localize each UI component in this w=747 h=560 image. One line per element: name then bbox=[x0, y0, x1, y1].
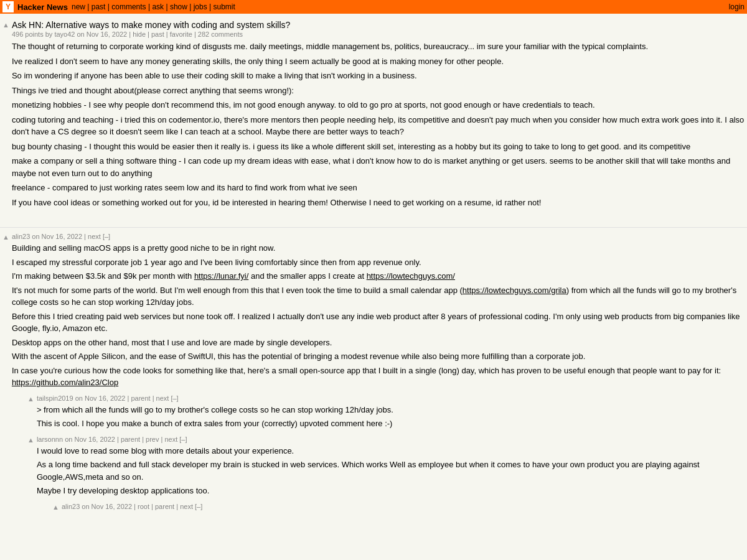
comment-body-alin23-reply: alin23 on Nov 16, 2022 | root | parent |… bbox=[62, 503, 747, 512]
logo-text: Y bbox=[6, 2, 11, 11]
nav-comments[interactable]: comments bbox=[111, 2, 146, 11]
comment-next-tailspin2019[interactable]: next bbox=[156, 394, 169, 402]
comment-text-larsonnn-2: Maybe I try developing desktop applicati… bbox=[37, 485, 747, 497]
comment-meta-alin23-reply: alin23 on Nov 16, 2022 | root | parent |… bbox=[62, 503, 747, 510]
nav-past[interactable]: past bbox=[92, 2, 106, 11]
main-post-comments-link[interactable]: 282 comments bbox=[198, 30, 243, 38]
comment-alin23-reply: ▲ alin23 on Nov 16, 2022 | root | parent… bbox=[52, 503, 747, 512]
comment-text-alin23-5: Desktop apps on the other hand, most tha… bbox=[12, 337, 747, 349]
main-post-past[interactable]: past bbox=[151, 30, 164, 38]
nav-jobs[interactable]: jobs bbox=[194, 2, 207, 11]
comment-collapse-tailspin2019[interactable]: [–] bbox=[171, 394, 178, 402]
comment-text-tailspin2019-0: > from which all the funds will go to my… bbox=[37, 404, 747, 416]
comment-text-tailspin2019-1: This is cool. I hope you make a bunch of… bbox=[37, 418, 747, 430]
nav-new[interactable]: new bbox=[72, 2, 85, 11]
comment-text-alin23-6: With the ascent of Apple Silicon, and th… bbox=[12, 350, 747, 363]
nav-submit[interactable]: submit bbox=[214, 2, 235, 11]
main-post-date: Nov 16, 2022 bbox=[87, 30, 127, 38]
comment-body-tailspin2019: tailspin2019 on Nov 16, 2022 | parent | … bbox=[37, 394, 747, 432]
comment-larsonnn: ▲ larsonnn on Nov 16, 2022 | parent | pr… bbox=[27, 436, 747, 499]
comment-date-alin23: Nov 16, 2022 bbox=[42, 233, 82, 240]
comment-text-alin23-3: It's not much for some parts of the worl… bbox=[12, 284, 747, 309]
comment-text-alin23-4: Before this I tried creating paid web se… bbox=[12, 310, 747, 335]
comment-author-larsonnn[interactable]: larsonnn bbox=[37, 436, 63, 443]
comment-meta-larsonnn: larsonnn on Nov 16, 2022 | parent | prev… bbox=[37, 436, 747, 443]
comment-text-larsonnn-0: I would love to read some blog with more… bbox=[37, 445, 747, 457]
site-title: Hacker News bbox=[17, 2, 68, 12]
comment-date-alin23-reply: Nov 16, 2022 bbox=[92, 503, 132, 510]
comment-author-alin23-reply[interactable]: alin23 bbox=[62, 503, 80, 510]
comment-vote-alin23[interactable]: ▲ bbox=[2, 233, 9, 241]
comment-date-tailspin2019: Nov 16, 2022 bbox=[85, 394, 125, 402]
divider-1 bbox=[0, 227, 747, 228]
login-link[interactable]: login bbox=[729, 2, 745, 11]
comment-text-alin23-0: Building and selling macOS apps is a pre… bbox=[12, 242, 747, 254]
comment-text-alin23-7: In case you're curious how the code look… bbox=[12, 365, 747, 389]
main-post-p2: So im wondering if anyone has been able … bbox=[12, 70, 745, 82]
main-post-vote[interactable]: ▲ bbox=[2, 21, 9, 29]
main-post-p3: Things ive tried and thought about(pleas… bbox=[12, 85, 745, 97]
main-post-p5: coding tutoring and teaching - i tried t… bbox=[12, 114, 745, 138]
comment-tailspin2019: ▲ tailspin2019 on Nov 16, 2022 | parent … bbox=[27, 394, 747, 432]
main-post-p1: Ive realized I don't seem to have any mo… bbox=[12, 55, 745, 68]
comment-next-larsonnn[interactable]: next bbox=[164, 436, 177, 443]
main-post-p6: bug bounty chasing - I thought this woul… bbox=[12, 141, 745, 153]
comment-root-alin23-reply[interactable]: root bbox=[138, 503, 149, 510]
main-post-body: Ask HN: Alternative ways to make money w… bbox=[12, 20, 745, 211]
link-clop[interactable]: https://github.com/alin23/Clop bbox=[12, 378, 118, 387]
main-post-p9: If you have cool ideas or something work… bbox=[12, 197, 745, 209]
comment-next-alin23[interactable]: next bbox=[88, 233, 101, 240]
nav-show[interactable]: show bbox=[170, 2, 187, 11]
comment-date-larsonnn: Nov 16, 2022 bbox=[74, 436, 115, 443]
nav-ask[interactable]: ask bbox=[152, 2, 164, 11]
comment-parent-tailspin2019[interactable]: parent bbox=[131, 394, 150, 402]
header: Y Hacker News new | past | comments | as… bbox=[0, 0, 747, 14]
comment-vote-tailspin2019[interactable]: ▲ bbox=[27, 395, 34, 403]
main-post-p7: make a company or sell a thing software … bbox=[12, 155, 745, 179]
comment-alin23: ▲ alin23 on Nov 16, 2022 | next [–] Buil… bbox=[2, 233, 747, 391]
comment-body-larsonnn: larsonnn on Nov 16, 2022 | parent | prev… bbox=[37, 436, 747, 499]
comment-next-alin23-reply[interactable]: next bbox=[180, 503, 193, 510]
main-post-p0: The thought of returning to corporate wo… bbox=[12, 40, 745, 53]
comment-collapse-alin23-reply[interactable]: [–] bbox=[195, 503, 202, 510]
comment-text-alin23-1: I escaped my stressful corporate job 1 y… bbox=[12, 256, 747, 269]
comment-parent-larsonnn[interactable]: parent bbox=[121, 436, 140, 443]
comment-prev-larsonnn[interactable]: prev bbox=[146, 436, 159, 443]
main-post-row: ▲ Ask HN: Alternative ways to make money… bbox=[0, 19, 747, 212]
main-content: ▲ Ask HN: Alternative ways to make money… bbox=[0, 14, 747, 521]
main-post-favorite[interactable]: favorite bbox=[170, 30, 192, 38]
main-post-author[interactable]: tayo42 bbox=[54, 30, 75, 38]
comment-body-alin23: alin23 on Nov 16, 2022 | next [–] Buildi… bbox=[12, 233, 747, 391]
comment-collapse-alin23[interactable]: [–] bbox=[103, 233, 110, 240]
link-grila[interactable]: https://lowtechguys.com/grila bbox=[463, 286, 566, 295]
link-lowtechguys[interactable]: https://lowtechguys.com/ bbox=[367, 271, 455, 281]
comment-text-alin23-2: I'm making between $3.5k and $9k per mon… bbox=[12, 270, 747, 282]
comment-meta-tailspin2019: tailspin2019 on Nov 16, 2022 | parent | … bbox=[37, 394, 747, 402]
main-post-meta: 496 points by tayo42 on Nov 16, 2022 | h… bbox=[12, 30, 745, 38]
main-post-p8: freelance - compared to just working rat… bbox=[12, 182, 745, 194]
main-post-title: Ask HN: Alternative ways to make money w… bbox=[12, 20, 745, 30]
main-post-points: 496 bbox=[12, 30, 23, 38]
comment-collapse-larsonnn[interactable]: [–] bbox=[179, 436, 187, 443]
comment-vote-larsonnn[interactable]: ▲ bbox=[27, 436, 34, 444]
comment-meta-alin23: alin23 on Nov 16, 2022 | next [–] bbox=[12, 233, 747, 240]
main-post-p4: monetizing hobbies - I see why people do… bbox=[12, 99, 745, 111]
comment-vote-alin23-reply[interactable]: ▲ bbox=[52, 503, 59, 511]
hn-logo[interactable]: Y bbox=[2, 1, 14, 12]
nav-bar: new | past | comments | ask | show | job… bbox=[72, 2, 235, 11]
link-lunar[interactable]: https://lunar.fyi/ bbox=[194, 271, 248, 281]
comment-parent-alin23-reply[interactable]: parent bbox=[155, 503, 174, 510]
comment-author-tailspin2019[interactable]: tailspin2019 bbox=[37, 394, 73, 402]
comment-author-alin23[interactable]: alin23 bbox=[12, 233, 30, 240]
comment-text-larsonnn-1: As a long time backend and full stack de… bbox=[37, 459, 747, 483]
main-post-hide[interactable]: hide bbox=[133, 30, 146, 38]
